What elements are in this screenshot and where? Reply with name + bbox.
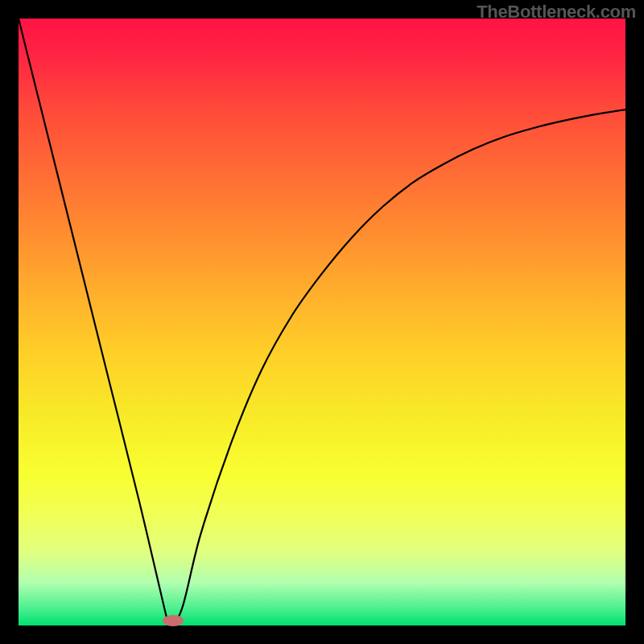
minimum-marker xyxy=(163,615,184,626)
plot-area xyxy=(19,19,625,625)
bottleneck-curve xyxy=(19,19,625,625)
chart-container: TheBottleneck.com xyxy=(0,0,644,644)
